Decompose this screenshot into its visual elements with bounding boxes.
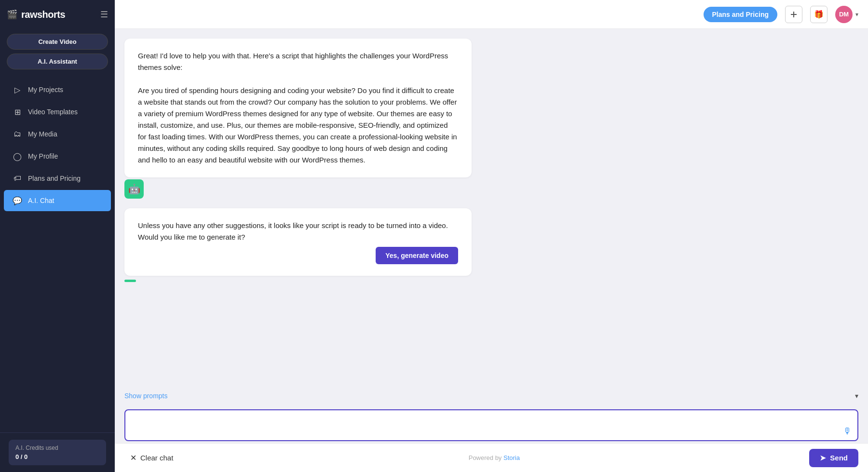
sidebar-header: 🎬 rawshorts ☰	[0, 0, 115, 29]
create-video-button[interactable]: Create Video	[7, 34, 108, 50]
sidebar-item-ai-chat[interactable]: 💬 A.I. Chat	[4, 190, 111, 211]
sidebar: 🎬 rawshorts ☰ Create Video A.I. Assistan…	[0, 0, 115, 472]
show-prompts-bar[interactable]: Show prompts ▾	[115, 386, 868, 405]
ai-assistant-button[interactable]: A.I. Assistant	[7, 54, 108, 69]
ai-chat-icon: 💬	[13, 196, 22, 205]
green-indicator	[124, 280, 136, 282]
chat-message-1: Great! I'd love to help you with that. H…	[124, 39, 858, 201]
sidebar-item-label: A.I. Chat	[28, 197, 54, 204]
chevron-down-icon: ▾	[855, 11, 858, 18]
sidebar-item-label: My Media	[28, 130, 57, 138]
chat-message-box-2: Unless you have any other suggestions, i…	[124, 208, 472, 276]
storia-link[interactable]: Storia	[503, 454, 520, 461]
credits-value: 0 / 0	[15, 453, 99, 460]
add-button[interactable]	[785, 6, 802, 23]
x-icon: ✕	[130, 453, 136, 462]
sidebar-item-my-media[interactable]: 🗂 My Media	[4, 123, 111, 145]
credits-box: A.I. Credits used 0 / 0	[9, 440, 106, 465]
send-button[interactable]: ➤ Send	[809, 449, 858, 467]
send-label: Send	[830, 454, 848, 462]
sidebar-item-label: My Profile	[28, 152, 58, 160]
microphone-icon[interactable]: 🎙	[843, 426, 852, 436]
logo-area: 🎬 rawshorts	[7, 9, 95, 20]
powered-by: Powered by Storia	[469, 454, 520, 461]
chat-message-body-1: Are you tired of spending hours designin…	[138, 86, 457, 164]
clear-chat-label: Clear chat	[140, 454, 173, 462]
sidebar-nav: ▷ My Projects ⊞ Video Templates 🗂 My Med…	[0, 74, 115, 432]
svg-rect-1	[791, 14, 797, 15]
avatar-area[interactable]: DM ▾	[835, 6, 858, 23]
input-area: 🎙	[115, 405, 868, 443]
credits-title: A.I. Credits used	[15, 445, 99, 451]
chevron-down-icon: ▾	[855, 392, 858, 400]
show-prompts-label: Show prompts	[124, 392, 167, 400]
menu-icon[interactable]: ☰	[100, 9, 108, 20]
chat-input[interactable]	[124, 409, 858, 441]
sidebar-item-label: My Projects	[28, 86, 63, 94]
powered-by-text: Powered by	[469, 454, 502, 461]
plans-pricing-icon: 🏷	[13, 174, 22, 183]
chat-message-text-1: Great! I'd love to help you with that. H…	[138, 52, 448, 71]
sidebar-item-video-templates[interactable]: ⊞ Video Templates	[4, 101, 111, 122]
bottom-bar: ✕ Clear chat Powered by Storia ➤ Send	[115, 443, 868, 472]
video-templates-icon: ⊞	[13, 107, 22, 117]
sidebar-item-my-profile[interactable]: ◯ My Profile	[4, 146, 111, 167]
plans-pricing-button[interactable]: Plans and Pricing	[704, 7, 777, 22]
logo-text: rawshorts	[21, 9, 65, 20]
sidebar-footer: A.I. Credits used 0 / 0	[0, 432, 115, 472]
chat-message-box-1: Great! I'd love to help you with that. H…	[124, 39, 472, 177]
avatar: DM	[835, 6, 853, 23]
my-profile-icon: ◯	[13, 151, 22, 161]
chat-message-text-2: Unless you have any other suggestions, i…	[138, 221, 448, 241]
logo-icon: 🎬	[7, 9, 17, 20]
my-projects-icon: ▷	[13, 85, 22, 94]
chat-message-2: Unless you have any other suggestions, i…	[124, 208, 858, 282]
main-content: Plans and Pricing 🎁 DM ▾ Great! I'd love…	[115, 0, 868, 472]
sidebar-item-label: Video Templates	[28, 108, 78, 116]
my-media-icon: 🗂	[13, 129, 22, 139]
sidebar-item-label: Plans and Pricing	[28, 175, 81, 182]
topbar: Plans and Pricing 🎁 DM ▾	[115, 0, 868, 29]
input-wrapper: 🎙	[124, 409, 858, 443]
clear-chat-button[interactable]: ✕ Clear chat	[124, 449, 179, 466]
chat-container: Great! I'd love to help you with that. H…	[115, 29, 868, 386]
sidebar-actions: Create Video A.I. Assistant	[0, 29, 115, 74]
gift-button[interactable]: 🎁	[810, 6, 827, 23]
ai-avatar-1: 🤖	[124, 179, 144, 199]
sidebar-item-my-projects[interactable]: ▷ My Projects	[4, 79, 111, 100]
generate-video-button[interactable]: Yes, generate video	[376, 247, 458, 264]
sidebar-item-plans-pricing[interactable]: 🏷 Plans and Pricing	[4, 168, 111, 189]
send-icon: ➤	[820, 454, 826, 462]
